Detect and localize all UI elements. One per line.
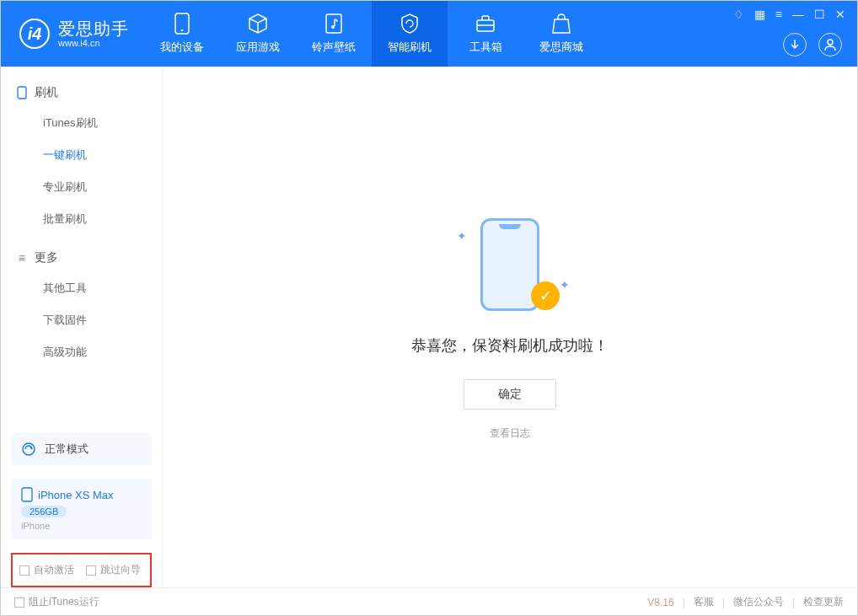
sidebar-item-oneclick-flash[interactable]: 一键刷机: [1, 139, 162, 171]
nav-label: 我的设备: [160, 40, 204, 55]
logo-area: i4 爱思助手 www.i4.cn: [1, 19, 144, 49]
nav-label: 应用游戏: [236, 40, 280, 55]
svg-point-7: [23, 443, 35, 455]
checkbox-block-itunes[interactable]: 阻止iTunes运行: [14, 595, 99, 609]
device-storage-badge: 256GB: [21, 506, 67, 517]
phone-icon: [171, 13, 193, 35]
status-bar: 阻止iTunes运行 V8.16 | 客服 | 微信公众号 | 检查更新: [1, 587, 857, 616]
success-message: 恭喜您，保资料刷机成功啦！: [411, 335, 609, 356]
separator: |: [792, 597, 795, 608]
footer-link-check-update[interactable]: 检查更新: [803, 595, 844, 609]
checkbox-icon: [86, 565, 96, 576]
check-badge-icon: ✓: [531, 281, 560, 310]
success-illustration: ✦ ✓ ✦: [455, 214, 565, 315]
music-file-icon: [323, 13, 345, 35]
section-title: 刷机: [35, 85, 58, 100]
checkbox-auto-activate[interactable]: 自动激活: [19, 563, 74, 577]
nav-ringtones-wallpapers[interactable]: 铃声壁纸: [296, 1, 372, 67]
shirt-icon[interactable]: ♢: [733, 8, 744, 21]
sidebar-item-pro-flash[interactable]: 专业刷机: [1, 171, 162, 203]
nav-smart-flash[interactable]: 智能刷机: [372, 1, 448, 67]
nav-store[interactable]: 爱思商城: [523, 1, 599, 67]
footer-link-support[interactable]: 客服: [694, 595, 714, 609]
device-name-row: iPhone XS Max: [21, 487, 114, 502]
sparkle-icon: ✦: [560, 278, 570, 292]
nav-label: 爱思商城: [539, 40, 583, 55]
svg-rect-8: [22, 488, 32, 501]
mode-card[interactable]: 正常模式: [11, 433, 152, 465]
sidebar-item-batch-flash[interactable]: 批量刷机: [1, 203, 162, 235]
version-label: V8.16: [647, 597, 673, 608]
sidebar-section-more: ≡ 更多: [1, 244, 162, 272]
sidebar-item-itunes-flash[interactable]: iTunes刷机: [1, 107, 162, 139]
window-controls-top: ♢ ▦ ≡ — ☐ ✕: [733, 8, 845, 21]
svg-rect-6: [18, 87, 26, 99]
sidebar-item-advanced[interactable]: 高级功能: [1, 336, 162, 368]
mode-icon: [21, 442, 36, 457]
svg-point-1: [181, 29, 184, 32]
app-subtitle: www.i4.cn: [58, 38, 129, 48]
checkbox-label: 自动激活: [34, 563, 74, 577]
device-card[interactable]: iPhone XS Max 256GB iPhone: [11, 479, 152, 539]
mode-label: 正常模式: [45, 442, 88, 457]
sidebar: 刷机 iTunes刷机 一键刷机 专业刷机 批量刷机 ≡ 更多 其他工具 下载固…: [1, 67, 163, 587]
svg-point-5: [828, 40, 833, 45]
footer-link-wechat[interactable]: 微信公众号: [733, 595, 784, 609]
app-body: 刷机 iTunes刷机 一键刷机 专业刷机 批量刷机 ≡ 更多 其他工具 下载固…: [1, 67, 857, 587]
grid-icon[interactable]: ▦: [754, 8, 765, 21]
device-name: iPhone XS Max: [38, 489, 114, 501]
maximize-button[interactable]: ☐: [814, 8, 825, 21]
nav-label: 工具箱: [469, 40, 502, 55]
view-log-link[interactable]: 查看日志: [490, 426, 530, 441]
checkbox-label: 跳过向导: [100, 563, 141, 577]
checkbox-skip-guide[interactable]: 跳过向导: [86, 563, 141, 577]
checkbox-label: 阻止iTunes运行: [29, 595, 99, 609]
separator: |: [683, 597, 685, 608]
section-title: 更多: [35, 250, 58, 265]
separator: |: [722, 597, 725, 608]
device-small-icon: [21, 487, 33, 502]
download-button[interactable]: [783, 33, 807, 56]
main-nav: 我的设备 应用游戏 铃声壁纸 智能刷机 工具箱 爱思商城: [144, 1, 599, 67]
app-title: 爱思助手: [58, 19, 129, 38]
header-right-actions: [783, 33, 842, 56]
checkbox-icon: [19, 565, 29, 576]
ok-button[interactable]: 确定: [464, 379, 556, 410]
checkbox-icon: [14, 597, 24, 608]
logo-text: 爱思助手 www.i4.cn: [58, 19, 129, 48]
app-header: i4 爱思助手 www.i4.cn 我的设备 应用游戏 铃声壁纸 智能刷机 工具…: [1, 1, 857, 67]
cube-icon: [247, 13, 269, 35]
nav-label: 铃声壁纸: [312, 40, 356, 55]
nav-toolbox[interactable]: 工具箱: [448, 1, 523, 67]
close-button[interactable]: ✕: [835, 8, 845, 21]
user-button[interactable]: [818, 33, 842, 56]
svg-rect-2: [326, 14, 341, 33]
footer-right: V8.16 | 客服 | 微信公众号 | 检查更新: [647, 595, 844, 609]
toolbox-icon: [475, 13, 496, 35]
minimize-button[interactable]: —: [792, 8, 804, 21]
shopping-bag-icon: [550, 13, 572, 35]
flash-options-box: 自动激活 跳过向导: [11, 553, 152, 587]
sidebar-item-download-firmware[interactable]: 下载固件: [1, 304, 162, 336]
sparkle-icon: ✦: [457, 229, 467, 243]
shield-refresh-icon: [399, 13, 421, 35]
sidebar-item-other-tools[interactable]: 其他工具: [1, 272, 162, 304]
svg-point-3: [331, 25, 335, 29]
nav-label: 智能刷机: [388, 40, 432, 55]
app-logo-icon: i4: [19, 19, 50, 49]
nav-apps-games[interactable]: 应用游戏: [220, 1, 296, 67]
sidebar-section-flash: 刷机: [1, 78, 162, 107]
menu-icon[interactable]: ≡: [775, 8, 782, 21]
list-icon: ≡: [16, 252, 28, 264]
device-icon: [16, 87, 28, 99]
main-content: ✦ ✓ ✦ 恭喜您，保资料刷机成功啦！ 确定 查看日志: [163, 67, 857, 587]
nav-my-device[interactable]: 我的设备: [144, 1, 220, 67]
device-type: iPhone: [21, 521, 50, 531]
